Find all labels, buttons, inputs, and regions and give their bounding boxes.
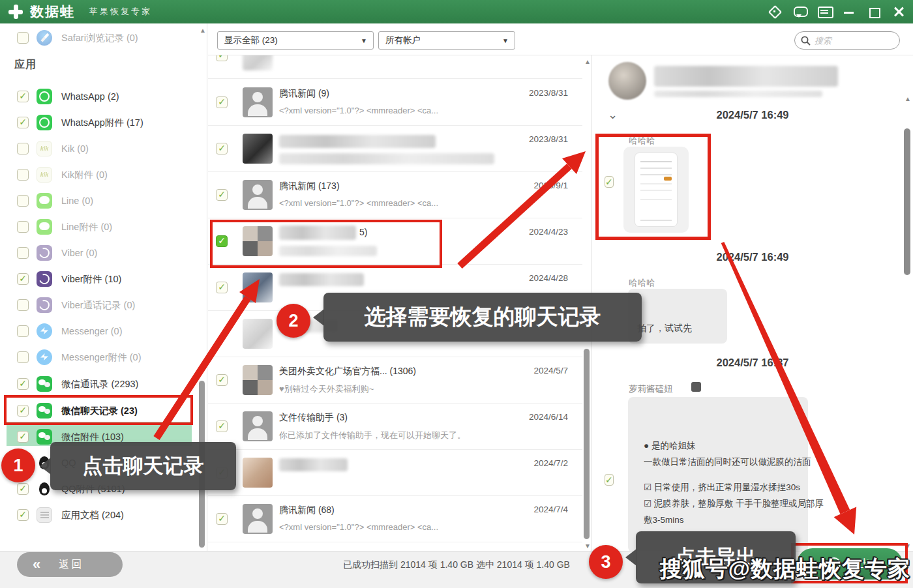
checkbox[interactable] [17, 169, 29, 181]
sidebar-item-safari-history[interactable]: Safari浏览记录 (0) [0, 25, 196, 50]
chat-title: 文件传输助手 (3) [279, 412, 348, 424]
list-item[interactable]: ✓ 腾讯新闻 (68) <?xml version="1.0"?> <mmrea… [208, 496, 582, 542]
back-button[interactable]: « 返回 [17, 552, 123, 577]
checkbox[interactable]: ✓ [17, 117, 29, 128]
feedback-icon[interactable] [816, 4, 832, 20]
search-box[interactable] [794, 31, 900, 50]
list-scrollbar-thumb[interactable] [584, 349, 590, 539]
sidebar-item-whatsapp-attachments[interactable]: ✓ WhatsApp附件 (17) [0, 110, 196, 135]
list-item[interactable]: ✓ 美团外卖文化广场官方福... (1306) ♥别错过今天外卖福利购~ 202… [208, 357, 582, 404]
checkbox[interactable]: ✓ [17, 405, 29, 417]
list-toolbar: 显示全部 (23) ▼ 所有帐户 ▼ [208, 23, 913, 55]
sidebar-item-line-attachments[interactable]: Line附件 (0) [0, 214, 196, 239]
contact-avatar [608, 62, 646, 100]
sidebar-item-viber-calls[interactable]: Viber通话记录 (0) [0, 293, 196, 317]
sidebar-item-app-documents[interactable]: ✓ 应用文档 (204) [0, 503, 196, 527]
line-icon [37, 219, 52, 235]
checkbox[interactable]: ✓ [216, 189, 228, 201]
sidebar-item-label: Line (0) [61, 196, 93, 206]
checkbox[interactable]: ✓ [17, 509, 29, 521]
checkbox[interactable]: ✓ [216, 513, 228, 525]
sidebar-item-label: 微信附件 (103) [61, 431, 124, 443]
list-item[interactable]: ✓ 腾讯新闻 (173) <?xml version="1.0"?> <mmre… [208, 172, 582, 218]
premium-gem-icon[interactable] [767, 4, 783, 20]
checkbox[interactable]: ✓ [216, 55, 228, 61]
preview-scroll-up-icon[interactable]: ▲ [905, 96, 911, 102]
list-item[interactable]: ✓ [208, 55, 582, 79]
checkbox[interactable]: ✓ [216, 374, 228, 386]
checkbox[interactable] [17, 143, 29, 154]
sidebar-item-messenger[interactable]: Messenger (0) [0, 319, 196, 344]
sidebar-item-viber-attachments[interactable]: ✓ Viber附件 (10) [0, 267, 196, 291]
preview-scrollbar-thumb[interactable] [904, 128, 910, 275]
message-image-card[interactable] [623, 147, 689, 233]
list-item[interactable]: ✓ 2024/7/2 [208, 450, 582, 496]
chat-subtitle: <?xml version="1.0"?> <mmreader> <ca... [279, 106, 438, 115]
chat-subtitle: <?xml version="1.0"?> <mmreader> <ca... [279, 198, 438, 208]
list-scroll-down-icon[interactable]: ▼ [584, 543, 591, 550]
checkbox[interactable]: ✓ [17, 91, 29, 102]
message-bubble[interactable]: 拍了，试试先 [628, 289, 727, 344]
minimize-button[interactable] [841, 4, 857, 20]
checkbox[interactable]: ✓ [216, 96, 228, 108]
checkbox[interactable] [17, 195, 29, 207]
watermark-text: 搜狐号@数据蛙恢复专家 [660, 554, 910, 584]
message-date: 2024/5/7 16:49 [592, 251, 913, 263]
checkbox[interactable]: ✓ [605, 176, 614, 188]
preview-scroll-down-icon[interactable]: ▼ [905, 543, 911, 550]
checkbox[interactable]: ✓ [216, 143, 228, 154]
message-bubble[interactable]: ● 是的哈姐妹 一款做日常洁面的同时还可以做泥膜的洁面 ☑ 日常使用，挤出正常用… [628, 397, 808, 552]
checkbox[interactable] [17, 325, 29, 337]
account-dropdown-value: 所有帐户 [385, 35, 421, 46]
chat-date: 2024/5/7 [533, 366, 568, 375]
sidebar-item-viber[interactable]: Viber (0) [0, 241, 196, 265]
checkbox[interactable]: ✓ [216, 420, 228, 432]
list-item[interactable]: ✓ 文件传输助手 (3) 你已添加了文件传输助手，现在可以开始聊天了。 2024… [208, 404, 582, 450]
sidebar-item-line[interactable]: Line (0) [0, 188, 196, 213]
sidebar-item-messenger-attachments[interactable]: Messenger附件 (0) [0, 345, 196, 370]
checkbox[interactable]: ✓ [17, 378, 29, 390]
checkbox[interactable] [17, 247, 29, 259]
message-text: ● 是的哈姐妹 一款做日常洁面的同时还可以做泥膜的洁面 ☑ 日常使用，挤出正常用… [644, 437, 824, 528]
checkbox[interactable]: ✓ [17, 483, 29, 495]
sidebar-item-kik-attachments[interactable]: Kik附件 (0) [0, 162, 196, 187]
checkbox[interactable] [17, 221, 29, 233]
checkbox[interactable]: ✓ [605, 474, 614, 486]
sidebar-item-label: WhatsApp (2) [61, 91, 119, 102]
maximize-button[interactable] [866, 4, 882, 20]
checkbox[interactable] [17, 351, 29, 363]
list-scroll-up-icon[interactable]: ▲ [584, 59, 591, 65]
list-item[interactable]: ✓ 腾讯新闻 (9) <?xml version="1.0"?> <mmread… [208, 80, 582, 126]
step-1-tooltip-text: 点击聊天记录 [83, 452, 204, 480]
checkbox[interactable]: ✓ [17, 431, 29, 443]
sidebar-scroll-up-icon[interactable]: ▲ [200, 27, 206, 34]
list-item[interactable]: ✓ 2023/8/31 [208, 126, 582, 172]
checkbox[interactable]: ✓ [216, 235, 228, 247]
search-input[interactable] [815, 36, 886, 46]
whatsapp-icon [37, 115, 52, 130]
close-button[interactable] [891, 4, 906, 20]
checkbox[interactable] [17, 32, 29, 44]
sidebar-item-label: Line附件 (0) [61, 221, 112, 233]
filter-dropdown[interactable]: 显示全部 (23) ▼ [217, 31, 374, 50]
checkbox[interactable]: ✓ [216, 282, 228, 293]
list-item-selected[interactable]: ✓ 5) 2024/4/23 [208, 218, 582, 265]
avatar [243, 55, 273, 70]
sidebar-item-kik[interactable]: Kik (0) [0, 136, 196, 161]
sidebar-item-wechat-contacts[interactable]: ✓ 微信通讯录 (2293) [0, 372, 196, 396]
chat-title: 腾讯新闻 (173) [279, 181, 340, 192]
document-icon [37, 507, 52, 523]
support-chat-icon[interactable] [792, 4, 807, 20]
wechat-icon [37, 376, 52, 392]
checkbox[interactable]: ✓ [17, 273, 29, 285]
sidebar-item-wechat-chat-history[interactable]: ✓ 微信聊天记录 (23) [0, 398, 196, 423]
redacted-title [279, 273, 364, 286]
viber-icon [37, 271, 52, 287]
wechat-icon [37, 429, 52, 445]
account-dropdown[interactable]: 所有帐户 ▼ [378, 31, 515, 50]
checkbox[interactable] [17, 299, 29, 311]
chat-title: 腾讯新闻 (9) [279, 88, 329, 100]
chat-title: 腾讯新闻 (68) [279, 505, 335, 516]
sidebar-item-whatsapp[interactable]: ✓ WhatsApp (2) [0, 84, 196, 109]
chat-date: 2023/8/31 [529, 88, 568, 98]
